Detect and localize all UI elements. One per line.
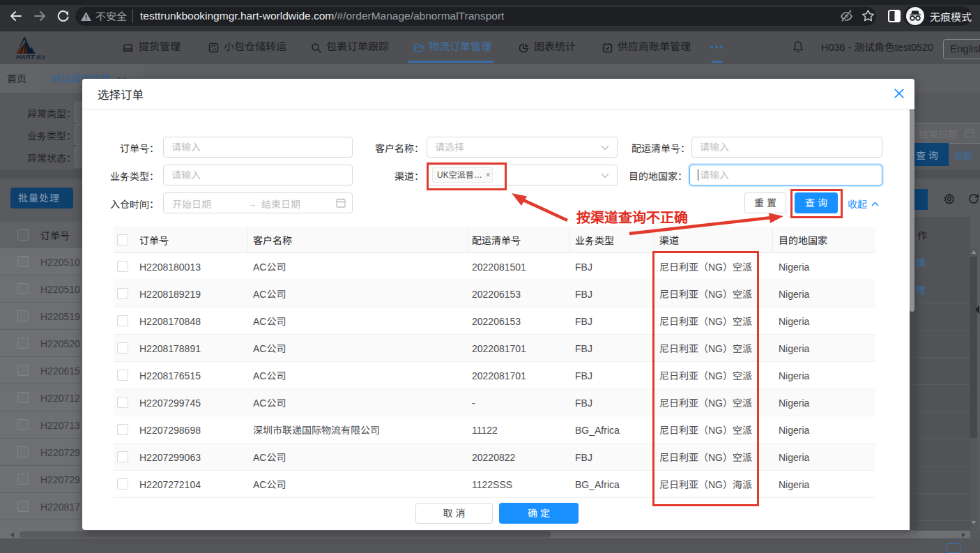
svg-text:HART: HART bbox=[16, 53, 35, 61]
svg-text:精速: 精速 bbox=[36, 55, 45, 60]
